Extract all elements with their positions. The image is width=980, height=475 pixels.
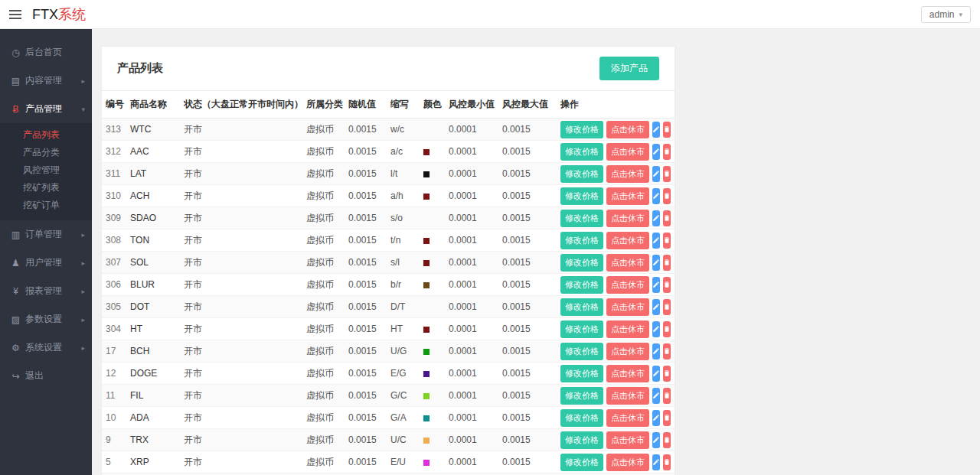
delete-button[interactable]: [663, 233, 671, 249]
modify-price-button[interactable]: 修改价格: [560, 165, 603, 183]
cell-abbr: G/A: [387, 407, 420, 429]
sidebar-item-product[interactable]: Ƀ 产品管理 ▾: [0, 95, 92, 123]
edit-button[interactable]: [652, 166, 660, 182]
delete-button[interactable]: [663, 343, 671, 360]
close-market-button[interactable]: 点击休市: [606, 298, 649, 316]
close-market-button[interactable]: 点击休市: [606, 121, 649, 138]
sidebar-item-content[interactable]: ▤ 内容管理 ▸: [0, 67, 92, 95]
edit-button[interactable]: [652, 233, 660, 249]
edit-button[interactable]: [652, 144, 660, 160]
cell-color: [420, 385, 445, 407]
sidebar-item-system[interactable]: ⚙ 系统设置 ▸: [0, 333, 92, 362]
delete-button[interactable]: [663, 410, 671, 426]
edit-button[interactable]: [652, 299, 660, 315]
sidebar-subitem-product-category[interactable]: 产品分类: [0, 144, 92, 161]
edit-button[interactable]: [652, 343, 660, 360]
cell-name: SDAO: [126, 207, 180, 229]
close-market-button[interactable]: 点击休市: [606, 409, 649, 427]
cell-risk-max: 0.0015: [498, 451, 557, 473]
modify-price-button[interactable]: 修改价格: [560, 187, 603, 205]
edit-button[interactable]: [652, 122, 660, 138]
close-market-button[interactable]: 点击休市: [606, 165, 649, 183]
column-header-0: 编号: [102, 91, 126, 119]
sidebar-subitem-mining-list[interactable]: 挖矿列表: [0, 179, 92, 197]
modify-price-button[interactable]: 修改价格: [560, 210, 603, 227]
sidebar-item-params[interactable]: ▨ 参数设置 ▸: [0, 305, 92, 333]
delete-button[interactable]: [663, 166, 671, 182]
cell-risk-max: 0.0015: [498, 207, 557, 229]
column-header-4: 随机值: [345, 91, 387, 119]
delete-button[interactable]: [663, 144, 671, 160]
sidebar-subitem-product-list[interactable]: 产品列表: [0, 126, 92, 144]
delete-button[interactable]: [663, 122, 671, 138]
close-market-button[interactable]: 点击休市: [606, 232, 649, 249]
delete-button[interactable]: [663, 188, 671, 204]
column-header-9: 操作: [557, 91, 675, 119]
modify-price-button[interactable]: 修改价格: [560, 387, 603, 405]
sidebar-subitem-mining-orders[interactable]: 挖矿订单: [0, 197, 92, 214]
modify-price-button[interactable]: 修改价格: [560, 431, 603, 449]
trash-icon: [663, 236, 671, 244]
modify-price-button[interactable]: 修改价格: [560, 409, 603, 427]
cell-actions: 修改价格 点击休市: [557, 185, 675, 207]
close-market-button[interactable]: 点击休市: [606, 187, 649, 205]
close-market-button[interactable]: 点击休市: [606, 365, 649, 382]
edit-button[interactable]: [652, 410, 660, 426]
edit-button[interactable]: [652, 188, 660, 204]
modify-price-button[interactable]: 修改价格: [560, 320, 603, 338]
close-market-button[interactable]: 点击休市: [606, 143, 649, 161]
cell-abbr: a/h: [387, 185, 420, 207]
cell-status: 开市: [180, 229, 302, 252]
close-market-button[interactable]: 点击休市: [606, 276, 649, 294]
delete-button[interactable]: [663, 210, 671, 226]
edit-button[interactable]: [652, 454, 660, 470]
modify-price-button[interactable]: 修改价格: [560, 254, 603, 272]
table-row: 5 XRP 开市 虚拟币 0.0015 E/U 0.0001 0.0015 修改…: [102, 451, 675, 473]
menu-icon[interactable]: [9, 10, 21, 19]
edit-button[interactable]: [652, 210, 660, 226]
edit-button[interactable]: [652, 277, 660, 293]
modify-price-button[interactable]: 修改价格: [560, 276, 603, 294]
sidebar-subitem-risk-management[interactable]: 风控管理: [0, 161, 92, 179]
delete-button[interactable]: [663, 255, 671, 271]
modify-price-button[interactable]: 修改价格: [560, 365, 603, 382]
delete-button[interactable]: [663, 432, 671, 448]
color-swatch: [423, 171, 430, 177]
modify-price-button[interactable]: 修改价格: [560, 343, 603, 360]
modify-price-button[interactable]: 修改价格: [560, 454, 603, 471]
delete-button[interactable]: [663, 366, 671, 382]
cell-risk-min: 0.0001: [445, 207, 498, 229]
close-market-button[interactable]: 点击休市: [606, 431, 649, 449]
add-product-button[interactable]: 添加产品: [599, 57, 659, 80]
modify-price-button[interactable]: 修改价格: [560, 232, 603, 249]
edit-button[interactable]: [652, 321, 660, 337]
edit-button[interactable]: [652, 432, 660, 448]
modify-price-button[interactable]: 修改价格: [560, 121, 603, 138]
edit-button[interactable]: [652, 255, 660, 271]
delete-button[interactable]: [663, 299, 671, 315]
cell-category: 虚拟币: [302, 207, 345, 229]
color-swatch: [423, 327, 430, 333]
sidebar-item-dashboard[interactable]: ◷ 后台首页: [0, 38, 92, 67]
delete-button[interactable]: [663, 321, 671, 337]
close-market-button[interactable]: 点击休市: [606, 210, 649, 227]
modify-price-button[interactable]: 修改价格: [560, 143, 603, 161]
close-market-button[interactable]: 点击休市: [606, 343, 649, 360]
close-market-button[interactable]: 点击休市: [606, 387, 649, 405]
delete-button[interactable]: [663, 454, 671, 470]
color-swatch: [423, 393, 430, 399]
close-market-button[interactable]: 点击休市: [606, 454, 649, 471]
modify-price-button[interactable]: 修改价格: [560, 298, 603, 316]
sidebar-item-reports[interactable]: ¥ 报表管理 ▸: [0, 277, 92, 305]
edit-button[interactable]: [652, 388, 660, 404]
delete-button[interactable]: [663, 277, 671, 293]
edit-button[interactable]: [652, 366, 660, 382]
sidebar-item-logout[interactable]: ↪ 退出: [0, 362, 92, 390]
sidebar-item-orders[interactable]: ▥ 订单管理 ▸: [0, 220, 92, 249]
action-buttons: 修改价格 点击休市: [560, 232, 671, 249]
sidebar-item-users[interactable]: ♟ 用户管理 ▸: [0, 249, 92, 277]
close-market-button[interactable]: 点击休市: [606, 320, 649, 338]
close-market-button[interactable]: 点击休市: [606, 254, 649, 272]
delete-button[interactable]: [663, 388, 671, 404]
admin-dropdown[interactable]: admin ▾: [921, 6, 971, 23]
